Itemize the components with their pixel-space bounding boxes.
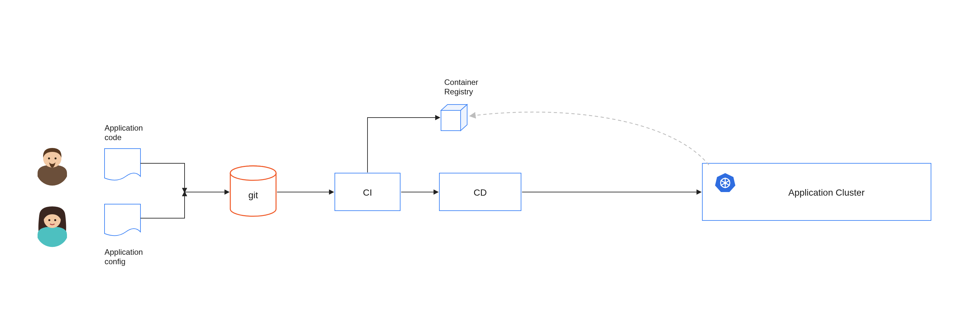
arrow-cluster-to-registry-dashed <box>470 112 709 165</box>
git-database-icon: git <box>230 166 276 216</box>
ci-label: CI <box>363 187 372 198</box>
svg-text:Applicationcode: Applicationcode <box>105 124 143 142</box>
svg-text:Applicationconfig: Applicationconfig <box>105 248 143 266</box>
app-code-document-icon <box>105 149 140 180</box>
user-avatar-icon <box>36 145 68 186</box>
user-avatar-icon <box>36 206 68 247</box>
container-registry-label: ContainerRegistry <box>444 78 478 96</box>
git-label: git <box>248 190 258 200</box>
ci-box: CI <box>335 173 400 211</box>
svg-point-6 <box>48 219 50 221</box>
application-cluster-box: Application Cluster <box>702 163 931 221</box>
container-registry-cube-icon <box>441 105 467 131</box>
app-config-label: Applicationconfig <box>105 248 143 266</box>
svg-point-27 <box>724 182 727 184</box>
app-config-document-icon <box>105 204 140 235</box>
cd-label: CD <box>474 187 487 198</box>
app-code-label: Applicationcode <box>105 124 143 142</box>
svg-point-2 <box>48 157 50 159</box>
svg-rect-16 <box>441 110 461 131</box>
cd-box: CD <box>439 173 521 211</box>
svg-point-3 <box>54 157 57 159</box>
application-cluster-label: Application Cluster <box>788 187 864 198</box>
arrow-ci-to-registry <box>368 118 439 172</box>
svg-point-7 <box>54 219 56 221</box>
svg-text:ContainerRegistry: ContainerRegistry <box>444 78 478 96</box>
svg-point-11 <box>230 166 276 180</box>
